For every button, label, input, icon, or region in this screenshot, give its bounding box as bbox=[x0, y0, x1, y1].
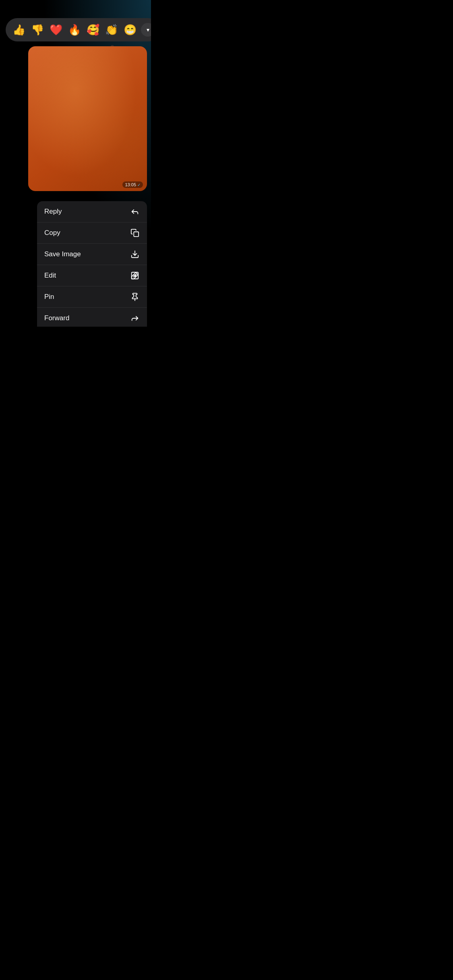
emoji-reaction-bar: 👍 👎 ❤️ 🔥 🥰 👏 😁 ▾ bbox=[6, 18, 151, 41]
svg-rect-0 bbox=[134, 232, 139, 237]
message-timestamp: 13:05 ✓ bbox=[122, 181, 143, 188]
pin-menu-item[interactable]: Pin bbox=[37, 286, 147, 308]
forward-icon bbox=[130, 313, 140, 323]
reply-icon bbox=[130, 207, 140, 216]
chevron-down-icon: ▾ bbox=[147, 27, 149, 33]
emoji-expand-button[interactable]: ▾ bbox=[141, 23, 151, 37]
copy-icon bbox=[130, 228, 140, 238]
reply-menu-item[interactable]: Reply bbox=[37, 201, 147, 222]
pin-label: Pin bbox=[44, 293, 54, 301]
copy-label: Copy bbox=[44, 229, 60, 237]
message-container: 13:05 ✓ bbox=[28, 46, 147, 191]
read-receipt-icon: ✓ bbox=[137, 183, 141, 187]
save-image-menu-item[interactable]: Save Image bbox=[37, 244, 147, 265]
copy-menu-item[interactable]: Copy bbox=[37, 222, 147, 244]
emoji-grinning[interactable]: 😁 bbox=[122, 21, 139, 38]
forward-menu-item[interactable]: Forward bbox=[37, 308, 147, 327]
emoji-thumbs-up[interactable]: 👍 bbox=[10, 21, 27, 38]
reply-label: Reply bbox=[44, 208, 62, 216]
edit-menu-item[interactable]: Edit bbox=[37, 265, 147, 286]
pin-icon bbox=[130, 292, 140, 302]
emoji-red-heart[interactable]: ❤️ bbox=[48, 21, 64, 38]
time-text: 13:05 bbox=[125, 182, 136, 187]
message-bubble: 13:05 ✓ bbox=[28, 46, 147, 191]
edit-label: Edit bbox=[44, 272, 56, 280]
save-image-label: Save Image bbox=[44, 250, 81, 258]
save-image-icon bbox=[130, 249, 140, 259]
edit-icon bbox=[130, 271, 140, 280]
emoji-thumbs-down[interactable]: 👎 bbox=[29, 21, 46, 38]
forward-label: Forward bbox=[44, 314, 69, 322]
emoji-smiling-hearts[interactable]: 🥰 bbox=[85, 21, 101, 38]
emoji-fire[interactable]: 🔥 bbox=[66, 21, 83, 38]
emoji-clapping[interactable]: 👏 bbox=[103, 21, 120, 38]
context-menu: Reply Copy Save Image Edit bbox=[37, 201, 147, 327]
